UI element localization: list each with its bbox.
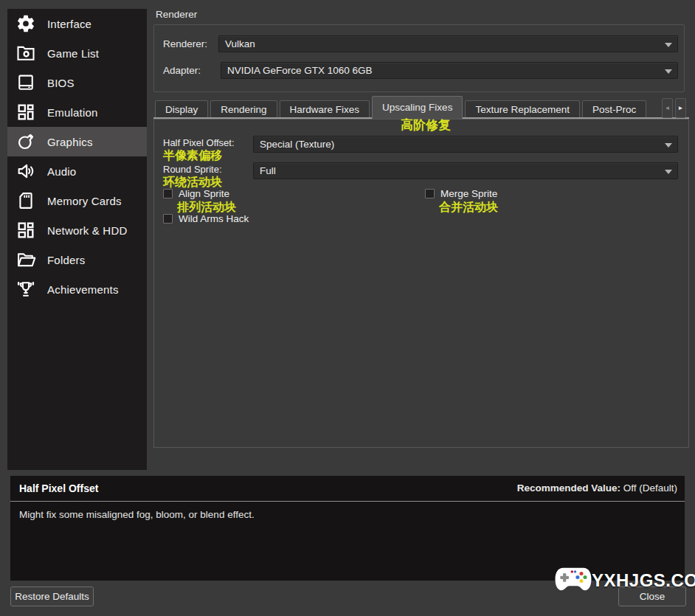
wild-arms-hack-label: Wild Arms Hack (179, 213, 249, 224)
tab-upscaling-fixes[interactable]: Upscaling Fixes (372, 96, 463, 119)
gear-icon (14, 12, 38, 35)
recommended-value-text: Off (Default) (623, 482, 677, 494)
sidebar-item-label: Audio (47, 165, 76, 178)
tab-display[interactable]: Display (155, 100, 208, 119)
sidebar-item-graphics[interactable]: Graphics (7, 127, 147, 156)
sidebar-item-emulation[interactable]: Emulation (7, 97, 147, 127)
half-pixel-offset-annotation: 半像素偏移 (163, 149, 235, 162)
tab-hardware-fixes[interactable]: Hardware Fixes (280, 100, 370, 119)
recommended-value: Recommended Value: Off (Default) (517, 482, 677, 494)
memory-card-icon (14, 189, 38, 212)
sidebar-item-label: Folders (47, 254, 85, 266)
description-body: Might fix some misaligned fog, bloom, or… (19, 509, 255, 520)
merge-sprite-checkbox-row[interactable]: Merge Sprite (425, 188, 497, 199)
restore-defaults-button[interactable]: Restore Defaults (10, 586, 94, 606)
chevron-down-icon (665, 43, 672, 47)
half-pixel-offset-label-text: Half Pixel Offset: (163, 137, 235, 148)
sidebar-item-label: BIOS (47, 77, 75, 89)
sidebar-item-label: Network & HDD (47, 224, 127, 237)
merge-sprite-annotation: 合并活动块 (439, 201, 498, 214)
half-pixel-offset-label: Half Pixel Offset: 半像素偏移 (163, 137, 235, 162)
renderer-dropdown[interactable]: Vulkan (218, 35, 678, 52)
round-sprite-label: Round Sprite: 环绕活动块 (163, 164, 222, 189)
open-folder-icon (14, 248, 38, 271)
wild-arms-hack-checkbox[interactable] (163, 214, 173, 224)
chevron-down-icon (665, 143, 672, 148)
half-pixel-offset-dropdown[interactable]: Special (Texture) (253, 136, 678, 153)
tab-scroll-right-button[interactable]: ► (675, 98, 686, 118)
chevron-down-icon (665, 69, 672, 74)
adapter-dropdown[interactable]: NVIDIA GeForce GTX 1060 6GB (221, 62, 678, 79)
folder-gear-icon (14, 41, 38, 65)
sidebar-item-label: Interface (47, 18, 91, 30)
adapter-dropdown-value: NVIDIA GeForce GTX 1060 6GB (227, 65, 373, 76)
merge-sprite-checkbox[interactable] (425, 189, 435, 198)
align-sprite-checkbox-row[interactable]: Align Sprite (163, 188, 229, 199)
sidebar-item-achievements[interactable]: Achievements (7, 274, 147, 304)
wild-arms-hack-checkbox-row[interactable]: Wild Arms Hack (163, 213, 249, 224)
monitor-icon (14, 71, 38, 94)
align-sprite-annotation: 排列活动块 (177, 201, 236, 214)
renderer-group-title: Renderer (156, 9, 197, 20)
close-button[interactable]: Close (618, 586, 686, 606)
sidebar-item-memory-cards[interactable]: Memory Cards (7, 186, 147, 215)
sidebar-item-folders[interactable]: Folders (7, 245, 147, 274)
round-sprite-value: Full (260, 165, 276, 176)
tab-scroll-left-button[interactable]: ◄ (662, 98, 673, 118)
sidebar-item-network-hdd[interactable]: Network & HDD (7, 215, 147, 245)
blocks-icon (14, 218, 38, 242)
tab-rendering[interactable]: Rendering (210, 100, 277, 119)
sidebar-item-label: Emulation (47, 106, 98, 119)
sidebar-item-label: Graphics (47, 136, 93, 148)
sidebar-item-game-list[interactable]: Game List (7, 38, 147, 68)
sidebar-item-label: Achievements (47, 283, 119, 296)
tab-upscaling-annotation: 高阶修复 (401, 119, 451, 132)
tab-post-processing[interactable]: Post-Proc (582, 100, 646, 119)
blocks-icon (14, 100, 38, 124)
arrow-left-icon: ◄ (665, 105, 671, 111)
sidebar-item-label: Game List (47, 47, 99, 60)
round-sprite-dropdown[interactable]: Full (253, 162, 678, 179)
merge-sprite-label: Merge Sprite (440, 188, 497, 199)
sidebar-item-interface[interactable]: Interface (7, 9, 147, 38)
sidebar-item-audio[interactable]: Audio (7, 156, 147, 186)
renderer-group-box: Renderer: Vulkan Adapter: NVIDIA GeForce… (153, 24, 685, 92)
sidebar-item-label: Memory Cards (47, 195, 122, 207)
round-sprite-label-text: Round Sprite: (163, 164, 222, 175)
align-sprite-checkbox[interactable] (163, 189, 173, 198)
paintbrush-icon (14, 130, 38, 153)
arrow-right-icon: ► (678, 105, 684, 111)
description-title: Half Pixel Offset (19, 482, 98, 494)
tab-texture-replacement[interactable]: Texture Replacement (465, 100, 580, 119)
adapter-label: Adapter: (163, 65, 201, 76)
renderer-dropdown-value: Vulkan (225, 38, 255, 49)
chevron-down-icon (665, 170, 672, 174)
upscaling-fixes-pane: Half Pixel Offset: 半像素偏移 Special (Textur… (153, 119, 689, 448)
speaker-icon (14, 159, 38, 183)
round-sprite-annotation: 环绕活动块 (163, 176, 222, 189)
half-pixel-offset-value: Special (Texture) (260, 139, 334, 150)
settings-window: Interface Game List BIOS (0, 0, 695, 616)
recommended-value-label: Recommended Value: (517, 482, 620, 494)
settings-sidebar: Interface Game List BIOS (7, 9, 147, 470)
description-separator (10, 501, 685, 502)
align-sprite-label: Align Sprite (179, 188, 229, 199)
setting-description-panel: Half Pixel Offset Recommended Value: Off… (10, 476, 685, 581)
renderer-label: Renderer: (163, 38, 207, 49)
sidebar-item-bios[interactable]: BIOS (7, 68, 147, 97)
graphics-tabbar: Display Rendering Hardware Fixes Upscali… (153, 97, 689, 119)
tabs-strip: Display Rendering Hardware Fixes Upscali… (155, 96, 671, 119)
trophy-icon (14, 277, 38, 301)
